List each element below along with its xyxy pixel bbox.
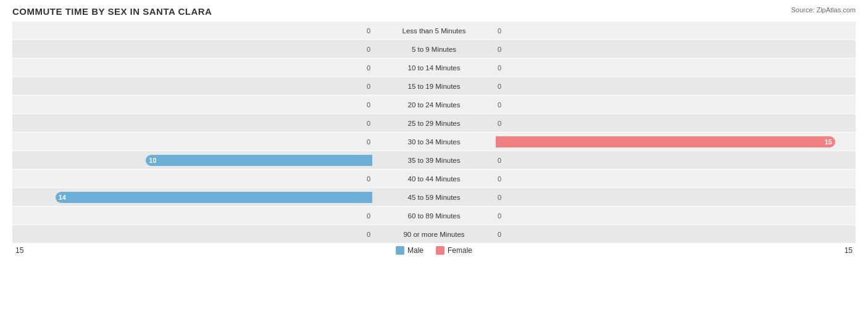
source-label: Source: ZipAtlas.com [791, 6, 856, 14]
female-value: 15 [822, 138, 835, 146]
male-zero: 0 [365, 120, 372, 127]
table-row: 010 to 14 Minutes0 [12, 59, 856, 76]
table-row: 015 to 19 Minutes0 [12, 77, 856, 95]
row-label: 40 to 44 Minutes [372, 175, 496, 183]
table-row: 05 to 9 Minutes0 [12, 40, 856, 58]
axis-left: 15 [15, 246, 23, 255]
female-zero: 0 [496, 231, 503, 238]
female-cell: 0 [496, 170, 856, 188]
male-cell: 0 [12, 133, 372, 151]
chart-rows: 0Less than 5 Minutes005 to 9 Minutes0010… [12, 22, 856, 243]
row-label: 25 to 29 Minutes [372, 120, 496, 127]
male-cell: 0 [12, 40, 372, 58]
male-cell: 0 [12, 59, 372, 76]
male-cell: 14 [12, 188, 372, 206]
legend: Male Female [396, 246, 472, 255]
female-cell: 0 [496, 225, 856, 243]
table-row: 090 or more Minutes0 [12, 225, 856, 243]
male-bar: 10 [146, 155, 372, 166]
female-zero: 0 [496, 212, 503, 220]
male-zero: 0 [365, 101, 372, 109]
legend-male-label: Male [407, 246, 424, 255]
row-label: 90 or more Minutes [372, 231, 496, 238]
female-zero: 0 [496, 194, 503, 201]
female-cell: 0 [496, 77, 856, 95]
table-row: 0Less than 5 Minutes0 [12, 22, 856, 39]
male-value: 14 [56, 194, 69, 201]
row-label: 15 to 19 Minutes [372, 83, 496, 90]
male-zero: 0 [365, 138, 372, 146]
legend-female: Female [436, 246, 472, 255]
row-label: 35 to 39 Minutes [372, 157, 496, 164]
female-zero: 0 [496, 46, 503, 53]
male-cell: 0 [12, 207, 372, 225]
male-zero: 0 [365, 83, 372, 90]
female-cell: 0 [496, 96, 856, 114]
male-zero: 0 [365, 231, 372, 238]
male-value: 10 [146, 157, 159, 164]
male-zero: 0 [365, 212, 372, 220]
male-zero: 0 [365, 175, 372, 183]
male-cell: 0 [12, 114, 372, 132]
row-label: Less than 5 Minutes [372, 27, 496, 35]
male-zero: 0 [365, 27, 372, 35]
row-label: 10 to 14 Minutes [372, 64, 496, 72]
male-cell: 0 [12, 225, 372, 243]
female-zero: 0 [496, 120, 503, 127]
female-zero: 0 [496, 101, 503, 109]
female-cell: 0 [496, 188, 856, 206]
male-zero: 0 [365, 46, 372, 53]
table-row: 040 to 44 Minutes0 [12, 170, 856, 188]
female-zero: 0 [496, 27, 503, 35]
table-row: 060 to 89 Minutes0 [12, 207, 856, 225]
female-zero: 0 [496, 157, 503, 164]
row-label: 5 to 9 Minutes [372, 46, 496, 53]
female-cell: 0 [496, 114, 856, 132]
female-cell: 0 [496, 207, 856, 225]
female-cell: 0 [496, 40, 856, 58]
female-cell: 0 [496, 59, 856, 76]
chart-title: COMMUTE TIME BY SEX IN SANTA CLARA [12, 6, 856, 17]
female-cell: 0 [496, 151, 856, 169]
female-bar: 15 [496, 136, 835, 147]
male-cell: 0 [12, 96, 372, 114]
legend-male-box [396, 246, 404, 255]
row-label: 45 to 59 Minutes [372, 194, 496, 201]
chart-container: COMMUTE TIME BY SEX IN SANTA CLARA Sourc… [0, 0, 868, 322]
legend-female-box [436, 246, 444, 255]
male-cell: 0 [12, 77, 372, 95]
female-cell: 15 [496, 133, 856, 151]
table-row: 020 to 24 Minutes0 [12, 96, 856, 114]
table-row: 030 to 34 Minutes15 [12, 133, 856, 151]
table-row: 1445 to 59 Minutes0 [12, 188, 856, 206]
male-cell: 0 [12, 170, 372, 188]
male-bar: 14 [56, 192, 372, 203]
female-zero: 0 [496, 83, 503, 90]
female-zero: 0 [496, 175, 503, 183]
male-zero: 0 [365, 64, 372, 72]
axis-right: 15 [845, 246, 853, 255]
legend-female-label: Female [448, 246, 472, 255]
legend-male: Male [396, 246, 424, 255]
female-cell: 0 [496, 22, 856, 39]
row-label: 30 to 34 Minutes [372, 138, 496, 146]
table-row: 1035 to 39 Minutes0 [12, 151, 856, 169]
row-label: 60 to 89 Minutes [372, 212, 496, 220]
table-row: 025 to 29 Minutes0 [12, 114, 856, 132]
female-zero: 0 [496, 64, 503, 72]
male-cell: 10 [12, 151, 372, 169]
chart-footer: 15 Male Female 15 [12, 246, 856, 255]
male-cell: 0 [12, 22, 372, 39]
row-label: 20 to 24 Minutes [372, 101, 496, 109]
